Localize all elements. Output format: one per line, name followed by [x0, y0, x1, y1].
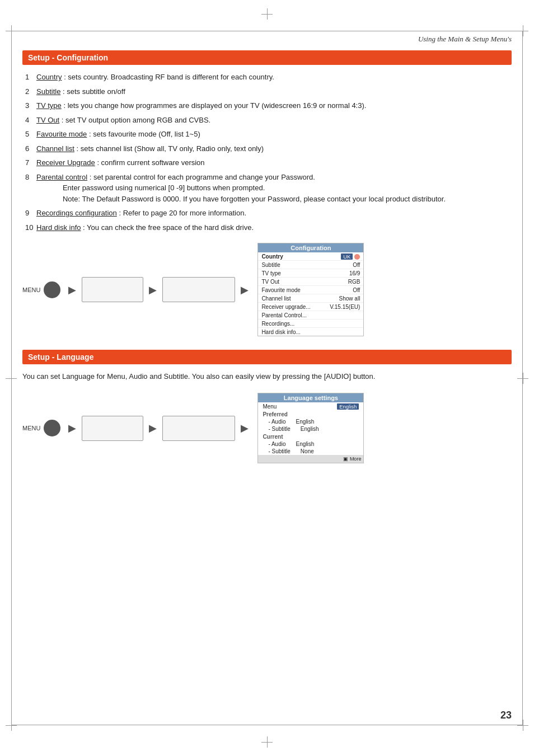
list-item: 3 TV type : lets you change how programm… — [25, 100, 512, 111]
list-item: 9 Recordings configuration : Refer to pa… — [25, 208, 512, 219]
config-panel-title: Configuration — [258, 243, 363, 252]
config-row-receiver: Receiver upgrade... V.15.15(EU) — [258, 303, 363, 311]
lang-row-menu: Menu English — [258, 402, 363, 410]
language-description: You can set Language for Menu, Audio and… — [22, 371, 512, 383]
crosshair-top-center — [261, 8, 273, 20]
list-item: 10 Hard disk info : You can check the fr… — [25, 222, 512, 233]
configuration-item-list: 1 Country : sets country. Broadcasting R… — [22, 72, 512, 233]
config-nav-diagram: MENU ▶ ▶ ▶ Configuration Country UK Subt… — [22, 243, 512, 336]
list-item: 4 TV Out : set TV output option among RG… — [25, 115, 512, 126]
arrow-lang-3: ▶ — [241, 422, 249, 434]
receiver-upgrade-link: Receiver Upgrade — [36, 158, 95, 167]
list-item: 6 Channel list : sets channel list (Show… — [25, 143, 512, 154]
config-row-harddisk: Hard disk info... — [258, 328, 363, 336]
recordings-config-link: Recordings configuration — [36, 209, 117, 217]
page-number: 23 — [500, 710, 512, 721]
nav-box-2 — [162, 277, 235, 302]
language-nav-diagram: MENU ▶ ▶ ▶ Language settings Menu Englis… — [22, 393, 512, 463]
corner-crosshair-bl — [6, 720, 17, 731]
arrow-lang-2: ▶ — [149, 422, 157, 434]
page-border-top — [11, 31, 523, 31]
lang-current-audio: - Audio English — [258, 440, 363, 448]
main-content: Setup - Configuration 1 Country : sets c… — [22, 50, 512, 711]
list-item: 8 Parental control : set parental contro… — [25, 172, 512, 205]
lang-preferred-audio: - Audio English — [258, 418, 363, 425]
lang-panel-title: Language settings — [258, 393, 363, 402]
page-header: Using the Main & Setup Menu's — [418, 35, 512, 44]
lang-current-subtitle: - Subtitle None — [258, 448, 363, 455]
config-panel: Configuration Country UK Subtitle Off TV… — [257, 243, 364, 336]
page-border-bottom — [11, 725, 523, 725]
arrow-1: ▶ — [68, 284, 76, 296]
language-panel: Language settings Menu English Preferred… — [257, 393, 364, 463]
section-title-language: Setup - Language — [28, 353, 93, 361]
nav-box-1 — [82, 277, 143, 302]
arrow-2: ▶ — [149, 284, 157, 296]
arrow-3: ▶ — [241, 284, 249, 296]
favourite-mode-link: Favourite mode — [36, 130, 87, 138]
preferred-label: Preferred — [258, 410, 363, 418]
section-title-configuration: Setup - Configuration — [28, 53, 108, 62]
menu-label-lang: MENU — [22, 425, 40, 431]
list-item: 2 Subtitle : sets subtitle on/off — [25, 86, 512, 97]
nav-box-lang-1 — [82, 416, 143, 441]
corner-crosshair-br — [517, 720, 528, 731]
menu-circle-config — [44, 281, 60, 298]
list-item: 7 Receiver Upgrade : confirm current sof… — [25, 157, 512, 168]
corner-crosshair-tl — [6, 25, 17, 36]
parental-control-link: Parental control — [36, 173, 87, 181]
list-item: 5 Favourite mode : sets favourite mode (… — [25, 129, 512, 140]
crosshair-bottom-center — [261, 736, 273, 748]
tv-out-link: TV Out — [36, 116, 59, 124]
hard-disk-info-link: Hard disk info — [36, 223, 81, 232]
setup-language-section: Setup - Language You can set Language fo… — [22, 350, 512, 463]
setup-configuration-section: Setup - Configuration 1 Country : sets c… — [22, 50, 512, 336]
config-row-tvtype: TV type 16/9 — [258, 269, 363, 278]
nav-box-lang-2 — [162, 416, 235, 441]
menu-circle-lang — [44, 420, 60, 436]
subtitle-link: Subtitle — [36, 87, 60, 96]
section-header-configuration: Setup - Configuration — [22, 50, 512, 65]
tv-type-link: TV type — [36, 101, 62, 110]
corner-crosshair-tr — [517, 25, 528, 36]
country-link: Country — [36, 73, 62, 81]
config-row-country: Country UK — [258, 252, 363, 261]
current-label: Current — [258, 433, 363, 440]
channel-list-link: Channel list — [36, 144, 74, 153]
lang-preferred-subtitle: - Subtitle English — [258, 425, 363, 433]
config-row-favmode: Favourite mode Off — [258, 286, 363, 294]
crosshair-right-mid — [517, 373, 528, 384]
arrow-lang-1: ▶ — [68, 422, 76, 434]
crosshair-left-mid — [6, 373, 17, 384]
list-item: 1 Country : sets country. Broadcasting R… — [25, 72, 512, 83]
config-row-parental: Parental Control... — [258, 311, 363, 320]
header-text: Using the Main & Setup Menu's — [418, 35, 512, 43]
menu-label-config: MENU — [22, 287, 40, 293]
config-row-channellist: Channel list Show all — [258, 294, 363, 303]
config-row-subtitle: Subtitle Off — [258, 261, 363, 269]
section-header-language: Setup - Language — [22, 350, 512, 364]
lang-more-bar: ▣ More — [258, 455, 363, 463]
config-row-recordings: Recordings... — [258, 320, 363, 328]
config-row-tvout: TV Out RGB — [258, 278, 363, 286]
